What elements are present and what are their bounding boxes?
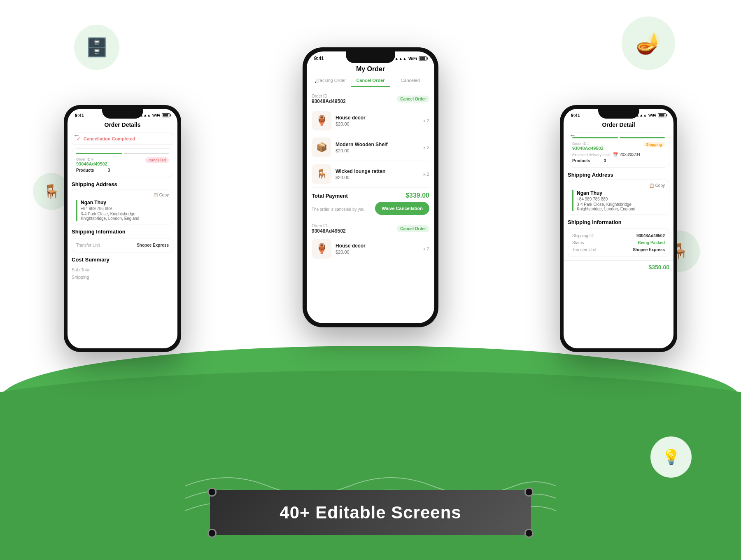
prog-seg-2: [124, 153, 169, 154]
product-qty-4: x 2: [423, 246, 429, 251]
middle-phone: 9:41 ▲▲▲ WiFi ← My Order Tracking Order …: [303, 47, 438, 327]
order-id-val-2: 93048Ad49502: [312, 228, 346, 234]
left-order-num-val: 93048Ad49502: [76, 161, 107, 166]
left-shipping-label: Shipping: [72, 275, 89, 280]
product-img-4: 🏺: [312, 239, 331, 259]
product-info-1: House decor $20.00: [336, 115, 423, 126]
right-prog-seg-1: [572, 137, 618, 138]
right-addr-name: Ngan Thuy: [577, 190, 665, 196]
left-battery-icon: [162, 113, 170, 117]
corner-dot-br: [524, 529, 534, 538]
copy-icon: 📋: [153, 193, 158, 197]
cancel-order-badge-1[interactable]: Cancel Order: [397, 96, 429, 103]
right-shipping-id-val: 93048Ad49502: [636, 233, 665, 238]
right-transfer-unit-val: Shopee Express: [633, 247, 665, 252]
deco-circle-dresser: 🗄️: [74, 25, 119, 70]
product-name-3: Wicked lounge rattan: [336, 168, 423, 174]
right-status-row: Status Being Packed: [572, 239, 665, 246]
product-qty-3: x 2: [423, 172, 429, 177]
right-products-label: Products: [572, 159, 590, 163]
corner-dot-tr: [524, 488, 534, 497]
left-order-card: Order ID # 93048Ad49502 Cancelled Produc…: [72, 148, 173, 177]
middle-back-arrow[interactable]: ←: [313, 78, 321, 86]
right-status-icons: ▲▲▲ WiFi: [636, 113, 666, 117]
waive-cancellation-button[interactable]: Waive Cancellation: [375, 202, 429, 215]
right-shipping-info-box: Shipping ID 93048Ad49502 Status Being Pa…: [568, 229, 669, 257]
product-row-1: 🏺 House decor $20.00 x 2: [312, 107, 429, 134]
right-phone-notch: [598, 109, 639, 119]
left-shipping-info-title: Shipping Information: [72, 229, 173, 235]
right-copy-icon: 📋: [649, 183, 654, 188]
left-back-arrow[interactable]: ←: [73, 132, 80, 139]
right-transfer-unit-label: Transfer Unit: [572, 247, 596, 252]
product-img-3: 🪑: [312, 164, 331, 184]
right-products-num: 3: [604, 159, 606, 163]
shipping-badge: Shipping: [643, 142, 665, 147]
product-row-2: 📦 Modern Wooden Shelf $20.00 x 2: [312, 134, 429, 161]
right-copy-label: Copy: [655, 183, 665, 188]
left-products-label: Products: [76, 168, 94, 173]
left-shipping-row: Shipping: [72, 273, 173, 281]
signal-icon: ▲▲▲: [394, 56, 407, 61]
product-qty-1: x 2: [423, 118, 429, 123]
left-phone-screen: 9:41 ▲▲▲ WiFi ← Order Details ✓ Cancella…: [68, 109, 177, 348]
left-wifi-icon: WiFi: [152, 113, 160, 117]
product-img-1: 🏺: [312, 111, 331, 131]
right-copy-button[interactable]: 📋 Copy: [649, 183, 665, 188]
right-order-num-label: Order ID #: [572, 142, 604, 146]
corner-dot-tl: [207, 488, 217, 497]
middle-status-icons: ▲▲▲ WiFi: [394, 56, 427, 61]
tab-cancel-order[interactable]: Cancel Order: [351, 75, 391, 87]
left-shipping-info-box: Transfer Unit Shopee Express: [72, 238, 173, 252]
cancelled-badge: Cancelled: [145, 157, 169, 163]
product-name-2: Modern Wooden Shelf: [336, 142, 423, 147]
cancel-order-badge-2[interactable]: Cancel Order: [397, 225, 429, 232]
right-delivery-icon: 📅: [613, 152, 618, 157]
wifi-icon: WiFi: [408, 56, 417, 61]
left-shipping-header: 📋 Copy: [76, 193, 169, 197]
deco-circle-lamp-right-bottom: 💡: [650, 436, 692, 478]
right-wifi-icon: WiFi: [648, 113, 656, 117]
battery-icon: [419, 56, 427, 61]
right-delivery-val: 2023/03/04: [620, 152, 640, 157]
divider: [312, 221, 429, 221]
product-price-4: $20.00: [336, 250, 423, 254]
total-label: Total Payment: [312, 193, 348, 199]
right-shipping-id-row: Shipping ID 93048Ad49502: [572, 232, 665, 239]
left-order-num-label: Order ID #: [76, 157, 107, 161]
right-battery-icon: [658, 113, 666, 117]
right-order-num-val: 93048Ad49502: [572, 146, 604, 151]
right-total-val: $350.00: [648, 264, 669, 271]
left-phone: 9:41 ▲▲▲ WiFi ← Order Details ✓ Cancella…: [64, 105, 181, 352]
right-back-arrow[interactable]: ←: [569, 132, 576, 139]
cancel-completed-text: Cancellation Completed: [84, 136, 135, 141]
order-id-val-1: 93048Ad49502: [312, 98, 346, 104]
right-phone: 9:41 ▲▲▲ WiFi ← Order Detail Order ID # …: [560, 105, 677, 352]
left-cost-section: Sub Total Shipping: [72, 266, 173, 281]
left-subtotal-row: Sub Total: [72, 266, 173, 273]
bottom-banner: 40+ Editable Screens: [210, 490, 531, 535]
tab-canceled[interactable]: Canceled: [390, 75, 430, 87]
left-addr-street: 3-4 Park Close, Knightsbridge: [81, 212, 169, 216]
right-transfer-unit-row: Transfer Unit Shopee Express: [572, 246, 665, 253]
corner-dot-bl: [207, 529, 217, 538]
product-name-1: House decor: [336, 115, 423, 121]
product-price-2: $20.00: [336, 148, 423, 153]
left-cost-summary-title: Cost Summary: [72, 257, 173, 263]
left-status-icons: ▲▲▲ WiFi: [140, 113, 170, 117]
left-address-block: Ngan Thuy +84 989 786 889 3-4 Park Close…: [76, 200, 169, 221]
product-row-4: 🏺 House decor $20.00 x 2: [312, 236, 429, 262]
order-id-row-2: Order ID 93048Ad49502 Cancel Order: [312, 224, 429, 234]
right-time: 9:41: [571, 113, 580, 118]
right-products-count: Products 3: [572, 159, 665, 163]
deco-circle-lamp: 🪔: [622, 16, 675, 70]
right-title: Order Detail: [602, 121, 635, 128]
cancellation-completed-banner: ✓ Cancellation Completed: [72, 133, 173, 145]
left-addr-phone: +84 989 786 889: [81, 206, 169, 211]
right-shipping-address-title: Shipping Address: [568, 172, 669, 178]
left-copy-button[interactable]: 📋 Copy: [153, 193, 169, 197]
product-info-2: Modern Wooden Shelf $20.00: [336, 142, 423, 153]
product-price-1: $20.00: [336, 121, 423, 126]
product-price-3: $20.00: [336, 175, 423, 180]
left-phone-notch: [102, 109, 143, 119]
